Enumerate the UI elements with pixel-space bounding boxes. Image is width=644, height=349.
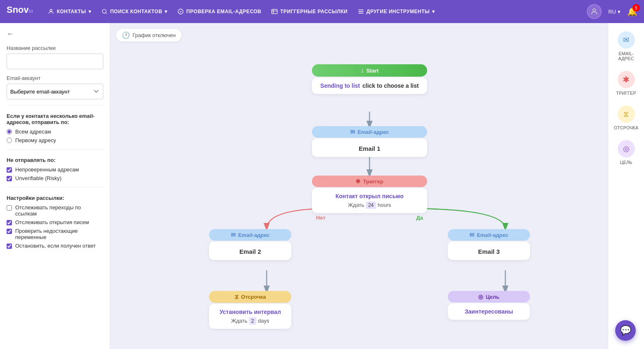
checkbox-check-vars[interactable]: Проверить недостающие переменные [7,228,103,240]
chat-icon: 💬 [620,325,631,336]
back-button[interactable]: ← [7,30,103,38]
trigger-tool-icon: ✱ [618,71,635,88]
schedule-badge[interactable]: 🕐 График отключен [116,29,181,42]
sidebar: ← Название рассылки Email-аккаунт Выбери… [0,23,110,349]
trigger-node[interactable]: ✱ Триггер Контакт открыл письмо Ждать 24… [312,176,427,221]
do-not-send-label: Не отправлять по: [7,157,103,163]
notifications[interactable]: 🔔 5 [627,7,637,16]
goal-tool[interactable]: ◎ ЦЕЛЬ [611,136,642,169]
start-arrow-icon: ↓ [360,67,364,74]
right-panel: ✉ EMAIL-АДРЕС ✱ ТРИГГЕР ⧖ ОТСРОЧКА ◎ ЦЕЛ… [608,23,644,349]
delay-node[interactable]: ⧖ Отсрочка Установить интервал Ждать 2 d… [209,291,291,329]
checkbox-track-links[interactable]: Отслеживать переходы по ссылкам [7,204,103,217]
email-tool[interactable]: ✉ EMAIL-АДРЕС [611,27,642,65]
delay-tool-icon: ⧖ [618,105,635,123]
checkbox-unverifiable[interactable]: Unverifiable (Risky) [7,175,103,181]
start-node[interactable]: ↓ Start Sending to list click to choose … [312,64,427,94]
chevron-down-icon: ▾ [165,9,167,14]
choose-list-button[interactable]: click to choose a list [363,82,419,89]
email1-node[interactable]: ✉ Email-адрес Email 1 [312,126,427,157]
campaign-name-input[interactable] [7,54,103,69]
email-account-select[interactable]: Выберите email-аккаунт [7,84,103,99]
nav-search[interactable]: ПОИСК КОНТАКТОВ ▾ [101,8,167,15]
badge-count: 5 [632,4,640,12]
email-account-label: Email-аккаунт [7,75,103,81]
radio-all-addresses[interactable]: Всем адресам [7,129,103,135]
campaign-name-label: Название рассылки [7,45,103,51]
email-tool-icon: ✉ [618,31,635,49]
goal-node[interactable]: ◎ Цель Заинтересованы [448,291,530,320]
radio-first-address[interactable]: Первому адресу [7,137,103,143]
trigger-tool[interactable]: ✱ ТРИГГЕР [611,67,642,100]
top-nav: Snovio КОНТАКТЫ ▾ ПОИСК КОНТАКТОВ ▾ ПРОВ… [0,0,644,23]
nav-tools[interactable]: ДРУГИЕ ИНСТРУМЕНТЫ ▾ [358,8,435,15]
checkbox-unverified[interactable]: Непроверенным адресам [7,166,103,173]
checkbox-track-opens[interactable]: Отслеживать открытия писем [7,219,103,225]
delay-tool[interactable]: ⧖ ОТСРОЧКА [611,101,642,134]
avatar[interactable] [587,4,602,19]
email-icon: ✉ [231,232,236,238]
radio-group: Всем адресам Первому адресу [7,129,103,143]
delay-icon: ⧖ [235,293,239,300]
support-bubble[interactable]: 💬 [615,320,636,341]
chevron-down-icon: ▾ [618,9,621,15]
email-icon: ✉ [470,232,474,238]
yes-no-labels: Нет Да [312,215,427,221]
svg-point-0 [50,9,52,12]
checkbox-stop-reply[interactable]: Остановить, если получен ответ [7,243,103,249]
do-not-send-group: Непроверенным адресам Unverifiable (Risk… [7,166,103,181]
multi-email-label: Если у контакта несколько email-адресов,… [7,113,103,125]
svg-point-4 [593,9,596,12]
nav-lang[interactable]: RU ▾ [608,9,621,15]
nav-right: RU ▾ 🔔 5 [587,4,637,19]
nav-verify[interactable]: ПРОВЕРКА EMAIL-АДРЕСОВ [177,8,261,15]
goal-icon: ◎ [478,293,483,300]
chevron-down-icon: ▾ [432,9,435,14]
canvas-area[interactable]: 🕐 График отключен [110,23,608,349]
email-icon: ✉ [350,129,355,135]
chevron-down-icon: ▾ [88,9,91,14]
nav-contacts[interactable]: КОНТАКТЫ ▾ [48,8,91,15]
email2-node[interactable]: ✉ Email-адрес Email 2 [209,229,291,260]
logo[interactable]: Snovio [7,5,33,19]
email3-node[interactable]: ✉ Email-адрес Email 3 [448,229,530,260]
svg-point-1 [102,9,106,13]
svg-rect-3 [272,9,277,14]
settings-label: Настройки рассылки: [7,195,103,201]
trigger-icon: ✱ [356,178,360,185]
nav-trigger[interactable]: ТРИГГЕРНЫЕ РАССЫЛКИ [271,8,348,15]
goal-tool-icon: ◎ [618,140,635,157]
clock-icon: 🕐 [122,31,130,39]
settings-group: Отслеживать переходы по ссылкам Отслежив… [7,204,103,249]
